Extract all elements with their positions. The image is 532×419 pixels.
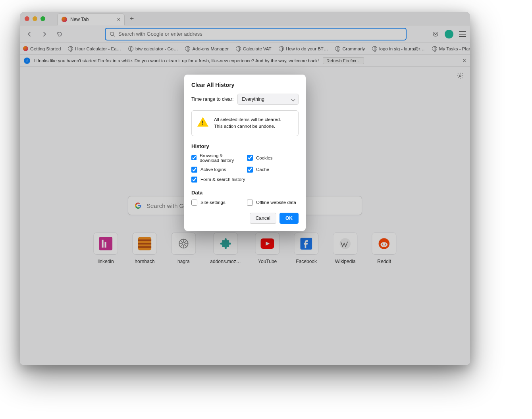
checkbox-browsing[interactable]: Browsing & download history xyxy=(191,153,243,163)
browser-window: New Tab × + Getting Started Hour Calcula xyxy=(20,12,470,365)
clear-history-dialog: Clear All History Time range to clear: E… xyxy=(184,75,306,231)
ok-button[interactable]: OK xyxy=(279,213,299,224)
warning-box: All selected items will be cleared. This… xyxy=(191,110,299,136)
time-range-label: Time range to clear: xyxy=(191,96,233,102)
checkbox-cookies[interactable]: Cookies xyxy=(247,153,299,163)
checkbox-cache[interactable]: Cache xyxy=(247,167,299,173)
section-history-heading: History xyxy=(191,143,299,149)
data-checkboxes: Site settings Offline website data xyxy=(191,200,299,206)
cancel-button[interactable]: Cancel xyxy=(250,213,276,224)
warning-icon xyxy=(197,117,208,127)
time-range-row: Time range to clear: Everything xyxy=(191,94,299,105)
dialog-title: Clear All History xyxy=(191,82,299,88)
dialog-footer: Cancel OK xyxy=(191,213,299,224)
warning-line-1: All selected items will be cleared. xyxy=(214,116,281,123)
checkbox-offline-data[interactable]: Offline website data xyxy=(247,200,299,206)
checkbox-active-logins[interactable]: Active logins xyxy=(191,167,243,173)
checkbox-site-settings[interactable]: Site settings xyxy=(191,200,243,206)
warning-line-2: This action cannot be undone. xyxy=(214,123,281,130)
history-checkboxes: Browsing & download history Cookies Acti… xyxy=(191,153,299,183)
time-range-select[interactable]: Everything xyxy=(237,94,299,105)
section-data-heading: Data xyxy=(191,190,299,196)
checkbox-form-search[interactable]: Form & search history xyxy=(191,177,299,183)
